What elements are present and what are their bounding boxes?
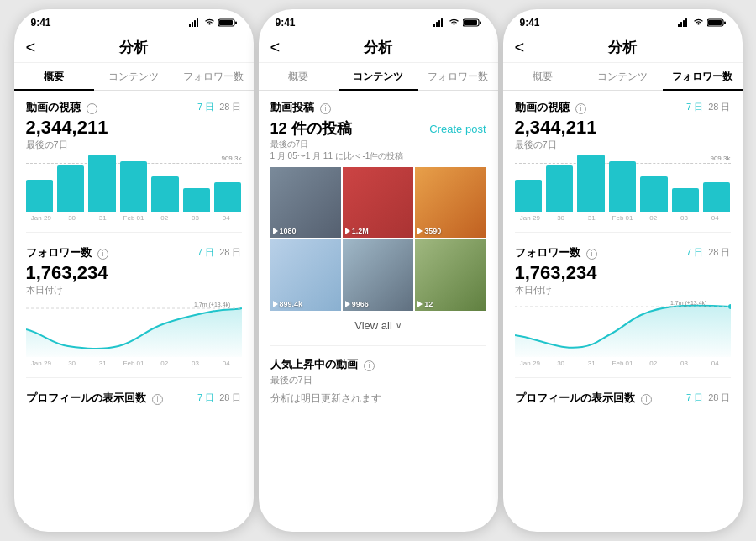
bar-3-right	[609, 161, 636, 212]
grid-overlay-0: 1080	[273, 227, 297, 235]
grid-overlay-5: 12	[417, 300, 433, 308]
svg-text:1.7m (+13.4k): 1.7m (+13.4k)	[194, 302, 230, 308]
create-post-btn[interactable]: Create post	[429, 123, 486, 135]
video-sublabel-right: 最後の7日	[515, 139, 731, 151]
tab-content-left[interactable]: コンテンツ	[94, 63, 174, 91]
line-chart-right: 1.7m (+13.4k) Jan 29 30 31 Feb 01 02 03 …	[515, 300, 731, 367]
tab-content-right[interactable]: コンテンツ	[583, 63, 663, 91]
bars-left	[26, 155, 242, 212]
bar-labels-left: Jan 29 30 31 Feb 01 02 03 04	[26, 214, 242, 222]
grid-cell-5[interactable]: 12	[415, 239, 486, 310]
post-sub-text: 最後の7日 1 月 05〜1 月 11 に比べ -1件の投稿	[270, 139, 486, 162]
followers-sublabel-left: 本日付け	[26, 284, 242, 297]
video-period-btns-right: 7 日 28 日	[686, 101, 730, 113]
back-button-right[interactable]: <	[515, 38, 525, 57]
view-all-row[interactable]: View all ∨	[270, 314, 486, 337]
tab-overview-middle[interactable]: 概要	[259, 63, 339, 91]
trending-info-icon[interactable]: i	[364, 360, 375, 371]
svg-rect-15	[480, 22, 481, 24]
svg-rect-17	[680, 22, 682, 27]
period-7d-video-left[interactable]: 7 日	[197, 101, 214, 113]
tabs-right: 概要 コンテンツ フォロワー数	[503, 63, 743, 91]
bar-0-left	[26, 180, 53, 212]
battery-icon	[218, 18, 237, 27]
content-left: 動画の視聴 i 7 日 28 日 2,344,211 最後の7日 909.3k	[14, 91, 254, 532]
period-7d-profile-right[interactable]: 7 日	[686, 391, 703, 404]
svg-rect-12	[441, 18, 443, 27]
back-button-middle[interactable]: <	[270, 38, 281, 57]
grid-cell-3[interactable]: 899.4k	[270, 239, 341, 310]
bar-3-left	[120, 161, 147, 212]
period-28d-profile-left[interactable]: 28 日	[219, 391, 241, 404]
grid-cell-1[interactable]: 1.2M	[343, 167, 413, 238]
status-bar-left: 9:41	[14, 9, 254, 33]
period-28d-followers-right[interactable]: 28 日	[708, 246, 730, 259]
profile-section-right: プロフィールの表示回数 i 7 日 28 日	[503, 381, 743, 412]
profile-info-icon-left[interactable]: i	[152, 394, 163, 405]
wifi-icon-r	[693, 18, 704, 27]
grid-cell-0[interactable]: 1080	[270, 167, 341, 238]
status-icons-middle	[433, 18, 481, 27]
svg-text:1.7m (+13.4k): 1.7m (+13.4k)	[670, 300, 706, 307]
video-posts-info-icon[interactable]: i	[320, 103, 331, 114]
trending-section: 人気上昇中の動画 i 最後の7日 分析は明日更新されます	[259, 349, 498, 411]
header-left: < 分析	[14, 33, 254, 63]
bar-4-right	[640, 176, 667, 212]
profile-info-icon-right[interactable]: i	[641, 394, 652, 405]
line-svg-right: 1.7m (+13.4k)	[515, 300, 731, 357]
profile-period-btns-left: 7 日 28 日	[197, 391, 241, 404]
video-title-left: 動画の視聴	[26, 101, 81, 113]
svg-rect-3	[197, 18, 198, 27]
bar-label-4: 02	[149, 214, 180, 222]
grid-overlay-1: 1.2M	[345, 227, 369, 235]
status-icons-left	[189, 18, 237, 27]
followers-title-right: フォロワー数	[515, 246, 580, 259]
phone-middle: 9:41 < 分析 概要 コンテンツ フ	[259, 9, 498, 532]
bar-5-left	[183, 188, 210, 212]
video-grid: 1080 1.2M 3590	[270, 167, 486, 311]
tab-followers-left[interactable]: フォロワー数	[174, 63, 254, 91]
followers-title-left: フォロワー数	[26, 246, 92, 259]
grid-overlay-2: 3590	[417, 227, 441, 235]
period-7d-profile-left[interactable]: 7 日	[197, 391, 214, 404]
video-info-icon-right[interactable]: i	[575, 103, 586, 114]
followers-info-icon-right[interactable]: i	[586, 249, 597, 260]
bar-label-0: Jan 29	[26, 214, 57, 222]
tab-followers-middle[interactable]: フォロワー数	[418, 63, 498, 91]
bar-label-3: Feb 01	[118, 214, 150, 222]
followers-info-icon-left[interactable]: i	[97, 249, 108, 260]
video-info-icon-left[interactable]: i	[87, 103, 97, 114]
header-title-right: 分析	[608, 38, 637, 57]
bar-5-right	[672, 188, 699, 212]
bar-1-right	[546, 165, 573, 212]
content-right: 動画の視聴 i 7 日 28 日 2,344,211 最後の7日 909.3k	[503, 91, 743, 532]
followers-sublabel-right: 本日付け	[515, 284, 731, 297]
period-28d-video-right[interactable]: 28 日	[708, 101, 730, 113]
period-28d-profile-right[interactable]: 28 日	[708, 391, 730, 404]
grid-cell-2[interactable]: 3590	[415, 167, 486, 238]
tab-overview-right[interactable]: 概要	[503, 63, 583, 91]
header-title-middle: 分析	[364, 38, 392, 57]
tab-followers-right[interactable]: フォロワー数	[663, 63, 743, 91]
bar-4-left	[151, 176, 178, 212]
period-28d-video-left[interactable]: 28 日	[219, 101, 241, 113]
period-7d-followers-right[interactable]: 7 日	[686, 246, 703, 259]
video-title-right: 動画の視聴	[515, 101, 570, 113]
period-7d-followers-left[interactable]: 7 日	[197, 246, 214, 259]
svg-rect-5	[219, 20, 233, 25]
tab-overview-left[interactable]: 概要	[14, 63, 94, 91]
back-button-left[interactable]: <	[26, 38, 36, 57]
tab-content-middle[interactable]: コンテンツ	[339, 63, 418, 91]
divider-2-left	[26, 377, 242, 378]
grid-cell-4[interactable]: 9966	[343, 239, 413, 310]
play-icon-2	[417, 228, 423, 234]
svg-rect-16	[678, 24, 680, 27]
tabs-middle: 概要 コンテンツ フォロワー数	[259, 63, 498, 91]
period-28d-followers-left[interactable]: 28 日	[219, 246, 241, 259]
period-7d-video-right[interactable]: 7 日	[686, 101, 703, 113]
video-posts-section: 動画投稿 i 12 件の投稿 Create post 最後の7日 1 月 05〜…	[259, 91, 498, 342]
play-icon-4	[345, 301, 350, 307]
wifi-icon	[204, 18, 215, 27]
video-period-btns-left: 7 日 28 日	[197, 101, 241, 113]
bar-2-left	[88, 155, 115, 212]
